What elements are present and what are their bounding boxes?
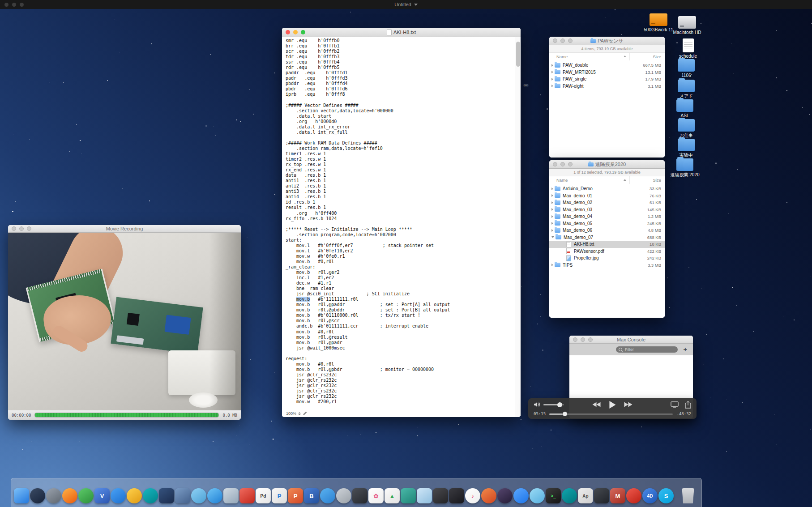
dock-item-gray-app[interactable] [336, 488, 351, 503]
text-editing-area[interactable]: smr .equ h'0fffb0brr .equ h'0fffb1scr .e… [282, 37, 521, 417]
dock-item-green-app[interactable] [78, 488, 94, 503]
dock-item-garageband[interactable] [449, 488, 464, 503]
close-button[interactable] [553, 162, 557, 166]
dock-item-messenger[interactable] [513, 488, 529, 503]
fast-forward-button[interactable] [624, 402, 633, 407]
dock-item-arduino[interactable] [143, 488, 158, 503]
movie-title-bar[interactable]: Movie Recording [8, 225, 241, 233]
desktop-icon[interactable]: ASL [667, 99, 702, 118]
finder-row[interactable]: TIPS3.3 MB [549, 262, 665, 269]
column-header-name[interactable]: Name [549, 178, 568, 183]
finder-title-bar[interactable]: PAWセンサ [549, 37, 665, 45]
dock-item-powerpoint[interactable]: P [288, 488, 303, 503]
display-icon[interactable] [671, 401, 679, 408]
disclosure-triangle[interactable] [551, 64, 553, 67]
dock-item-world-app[interactable] [30, 488, 45, 503]
dock-item-amber-app[interactable] [127, 488, 142, 503]
dock-item-red-app[interactable] [239, 488, 255, 503]
finder-row[interactable]: AKI-H8.txt18 KB [549, 241, 665, 248]
column-divider[interactable] [629, 176, 630, 184]
finder-row[interactable]: PAW_MRTI201513.1 MB [549, 69, 665, 76]
finder-row[interactable]: Max_demo_041.2 MB [549, 213, 665, 220]
close-button[interactable] [286, 30, 290, 34]
disclosure-triangle[interactable] [551, 229, 553, 232]
play-button[interactable] [609, 401, 616, 409]
dock-item-mail[interactable] [223, 488, 239, 503]
timeline-slider[interactable] [549, 413, 673, 415]
close-button[interactable] [12, 226, 16, 231]
disclosure-triangle[interactable] [551, 222, 553, 225]
disclosure-triangle[interactable] [551, 187, 553, 190]
dock-item-sky-app[interactable] [191, 488, 206, 503]
disclosure-triangle[interactable] [551, 264, 553, 266]
dock-item-processing[interactable] [175, 488, 190, 503]
dock-item-trash[interactable] [680, 488, 696, 503]
dock-item-flame-app[interactable] [481, 488, 496, 503]
dock-item-b-app[interactable]: B [304, 488, 319, 503]
dock-item-navy-app[interactable] [159, 488, 174, 503]
disclosure-triangle[interactable] [551, 201, 553, 204]
minimize-button[interactable] [12, 3, 16, 7]
dock-item-photos[interactable]: ✿ [368, 488, 384, 503]
dock-item-v-app[interactable]: V [94, 488, 110, 503]
dock-item-audio-app[interactable] [594, 488, 609, 503]
finder-row[interactable]: Max_demo_064.8 MB [549, 227, 665, 234]
dock-item-pure-data[interactable]: Pd [256, 488, 271, 503]
dock-item-skype[interactable]: S [658, 488, 674, 503]
dock-item-finder[interactable] [14, 488, 29, 503]
disclosure-triangle[interactable] [551, 194, 553, 197]
minimize-button[interactable] [581, 337, 585, 342]
finder-title-bar[interactable]: 遠隔授業2020 [549, 160, 665, 169]
column-divider[interactable] [629, 53, 630, 60]
desktop-icon[interactable]: Macintosh HD [670, 16, 705, 35]
zoom-control[interactable]: 100% [285, 411, 308, 416]
disclosure-triangle[interactable] [551, 85, 553, 87]
volume-slider[interactable] [543, 404, 564, 405]
zoom-button[interactable] [568, 162, 573, 166]
desktop-icon[interactable]: schedule [671, 38, 705, 59]
dock-item-4d-app[interactable]: 4D [642, 488, 658, 503]
dock-item-cyan-app[interactable] [530, 488, 545, 503]
finder-row[interactable]: PAW-eight3.1 MB [549, 83, 665, 90]
speaker-icon[interactable] [534, 401, 541, 408]
dock-item-m-app[interactable]: M [610, 488, 625, 503]
dock-item-ap-app[interactable]: Ap [578, 488, 593, 503]
desktop-icon[interactable]: メアド [669, 80, 704, 98]
minimize-button[interactable] [560, 38, 565, 43]
close-button[interactable] [553, 38, 557, 43]
dock-item-calculator[interactable] [352, 488, 368, 503]
disclosure-triangle[interactable] [551, 208, 553, 211]
minimize-button[interactable] [19, 226, 24, 231]
desktop-icon[interactable]: お仕事 [669, 119, 704, 138]
dock-item-teal-app[interactable] [401, 488, 416, 503]
chevron-down-icon[interactable] [414, 4, 418, 6]
column-header-name[interactable]: Name [549, 54, 568, 59]
scrollbar-thumb[interactable] [516, 42, 520, 67]
dock-item-camera-app[interactable] [433, 488, 448, 503]
column-header-size[interactable]: Size [653, 54, 661, 59]
zoom-button[interactable] [301, 30, 305, 34]
dock-item-pages[interactable]: P [272, 488, 287, 503]
dock-item-red-circle-app[interactable] [626, 488, 641, 503]
editor-scrollbar[interactable] [515, 37, 521, 417]
finder-row[interactable]: Propeller.jpg242 KB [549, 255, 665, 262]
minimize-button[interactable] [560, 162, 565, 166]
finder-row[interactable]: PAWsensor.pdf422 KB [549, 248, 665, 255]
filter-field[interactable] [616, 346, 678, 353]
max-console-title-bar[interactable]: Max Console [569, 336, 693, 344]
finder-row[interactable]: Max_demo_0261 KB [549, 199, 665, 206]
finder-row[interactable]: Arduino_Demo33 KB [549, 185, 665, 192]
disclosure-triangle[interactable] [551, 71, 553, 73]
dock-item-itunes[interactable]: ♪ [465, 488, 480, 503]
finder-row[interactable]: Max_demo_07688 KB [549, 234, 665, 241]
desktop-icon[interactable]: 実験中 [669, 139, 704, 158]
desktop-icon[interactable]: 遠隔授業 2020 [667, 158, 702, 177]
dock-item-dashboard[interactable] [46, 488, 61, 503]
zoom-button[interactable] [588, 337, 593, 342]
editor-title-bar[interactable]: AKI-H8.txt [282, 28, 521, 37]
disclosure-triangle[interactable] [551, 78, 553, 81]
dock-item-firefox[interactable] [62, 488, 77, 503]
rewind-button[interactable] [592, 402, 601, 407]
finder-row[interactable]: Max_demo_03145 KB [549, 206, 665, 213]
disclosure-triangle[interactable] [551, 215, 553, 218]
